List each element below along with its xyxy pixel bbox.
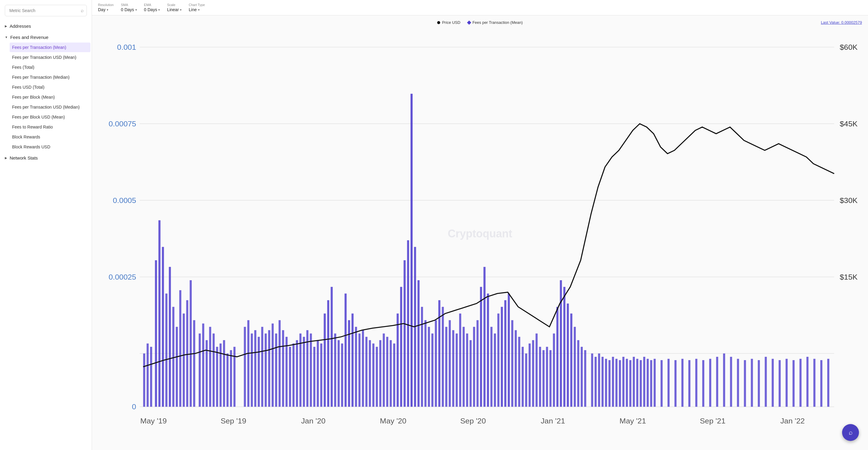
svg-rect-55 [261, 327, 263, 407]
sidebar-item-fees-to-reward-ratio[interactable]: Fees to Reward Ratio [10, 122, 90, 132]
search-icon: ⌕ [81, 8, 84, 13]
svg-rect-76 [334, 334, 336, 407]
sidebar-item-fees-per-tx-usd-median[interactable]: Fees per Transaction USD (Median) [10, 102, 90, 112]
sidebar-item-network-stats[interactable]: ▶ Network Stats [0, 153, 92, 163]
svg-text:0.00075: 0.00075 [108, 120, 136, 127]
scale-label: Scale [167, 3, 182, 7]
resolution-select[interactable]: Day ▾ [98, 7, 114, 12]
fab-search-button[interactable]: ⌕ [842, 424, 859, 441]
svg-rect-122 [494, 334, 496, 407]
sidebar-item-fees-total[interactable]: Fees (Total) [10, 62, 90, 72]
chart-type-value: Line [189, 7, 196, 12]
svg-rect-93 [393, 343, 395, 407]
ema-label: EMA [144, 3, 160, 7]
sidebar-item-fees-usd-total[interactable]: Fees USD (Total) [10, 82, 90, 92]
svg-rect-112 [459, 313, 461, 407]
svg-text:0.00025: 0.00025 [108, 273, 136, 281]
svg-rect-64 [292, 343, 294, 407]
chart-legend: Price USD Fees per Transaction (Mean) La… [98, 20, 862, 25]
svg-rect-110 [452, 330, 454, 407]
svg-rect-37 [190, 280, 192, 407]
sidebar-item-fees-per-tx-median[interactable]: Fees per Transaction (Median) [10, 72, 90, 82]
svg-rect-60 [279, 320, 281, 407]
svg-rect-157 [619, 360, 621, 407]
svg-rect-81 [351, 313, 354, 407]
svg-text:0.001: 0.001 [117, 43, 136, 51]
search-input[interactable] [5, 5, 87, 16]
svg-rect-73 [324, 313, 326, 407]
sidebar: ⌕ ▶ Addresses ▼ Fees and Revenue Fees pe… [0, 0, 92, 450]
sidebar-item-fees-per-tx-usd-mean[interactable]: Fees per Transaction USD (Mean) [10, 53, 90, 62]
svg-rect-166 [650, 360, 652, 407]
svg-rect-85 [365, 337, 368, 407]
svg-rect-146 [577, 340, 580, 407]
sidebar-item-block-rewards[interactable]: Block Rewards [10, 132, 90, 142]
chevron-down-icon: ▾ [198, 8, 199, 11]
svg-rect-70 [313, 347, 315, 407]
sidebar-item-fees-per-tx-mean[interactable]: Fees per Transaction (Mean) [10, 42, 90, 52]
ema-select[interactable]: 0 Days ▾ [144, 7, 160, 12]
svg-rect-139 [553, 334, 555, 407]
svg-rect-77 [338, 340, 340, 407]
svg-rect-178 [730, 357, 732, 407]
svg-rect-105 [435, 320, 437, 407]
svg-rect-155 [612, 357, 614, 407]
chart-area: Price USD Fees per Transaction (Mean) La… [92, 16, 868, 450]
svg-rect-137 [546, 347, 548, 407]
svg-rect-132 [529, 343, 531, 407]
svg-rect-128 [515, 330, 517, 407]
svg-rect-35 [183, 313, 185, 407]
last-value-label[interactable]: Last Value: 0.00002579 [821, 20, 862, 25]
sidebar-item-block-rewards-usd[interactable]: Block Rewards USD [10, 142, 90, 152]
svg-rect-71 [317, 340, 319, 407]
sidebar-item-addresses[interactable]: ▶ Addresses [0, 21, 92, 31]
svg-rect-59 [275, 334, 277, 407]
sidebar-item-fees-per-block-usd-mean[interactable]: Fees per Block USD (Mean) [10, 112, 90, 122]
svg-rect-144 [570, 313, 572, 407]
chevron-down-icon: ▾ [180, 8, 182, 11]
sidebar-section-label: Network Stats [10, 155, 38, 160]
sidebar-item-fees-and-revenue[interactable]: ▼ Fees and Revenue [0, 32, 92, 42]
svg-rect-96 [404, 260, 406, 407]
svg-rect-119 [484, 267, 486, 407]
legend-fees-per-tx: Fees per Transaction (Mean) [468, 20, 523, 25]
chevron-right-icon: ▶ [5, 24, 7, 28]
fees-sub-items: Fees per Transaction (Mean) Fees per Tra… [0, 42, 92, 152]
svg-rect-160 [629, 360, 631, 407]
svg-rect-84 [362, 330, 364, 407]
scale-value: Linear [167, 7, 179, 12]
svg-rect-69 [310, 334, 312, 407]
chart-type-select[interactable]: Line ▾ [189, 7, 205, 12]
svg-rect-163 [640, 360, 642, 407]
price-usd-icon [437, 21, 440, 24]
svg-rect-131 [525, 354, 527, 407]
svg-rect-44 [216, 347, 218, 407]
svg-rect-80 [348, 320, 350, 407]
chart-toolbar: Resolution Day ▾ SMA 0 Days ▾ EMA 0 Days… [92, 0, 868, 16]
nav-section-addresses: ▶ Addresses [0, 21, 92, 31]
sidebar-section-label: Addresses [10, 24, 31, 29]
svg-rect-177 [723, 354, 725, 407]
svg-rect-187 [793, 360, 795, 407]
legend-price-usd: Price USD [437, 20, 460, 25]
svg-rect-192 [827, 359, 829, 407]
svg-rect-79 [345, 294, 347, 407]
svg-rect-188 [800, 359, 802, 407]
sma-select[interactable]: 0 Days ▾ [121, 7, 137, 12]
svg-text:May '21: May '21 [620, 417, 646, 425]
svg-rect-118 [480, 287, 482, 407]
svg-rect-148 [584, 350, 586, 407]
svg-rect-67 [303, 337, 305, 407]
svg-rect-51 [247, 320, 249, 407]
svg-rect-39 [199, 334, 201, 407]
svg-rect-61 [282, 330, 284, 407]
svg-rect-33 [176, 327, 178, 407]
ema-value: 0 Days [144, 7, 157, 12]
scale-select[interactable]: Linear ▾ [167, 7, 182, 12]
svg-rect-162 [636, 359, 638, 407]
sidebar-section-label: Fees and Revenue [10, 35, 49, 40]
sidebar-item-fees-per-block-mean[interactable]: Fees per Block (Mean) [10, 92, 90, 102]
svg-rect-48 [230, 350, 232, 407]
svg-rect-74 [327, 300, 329, 407]
svg-rect-102 [425, 320, 427, 407]
